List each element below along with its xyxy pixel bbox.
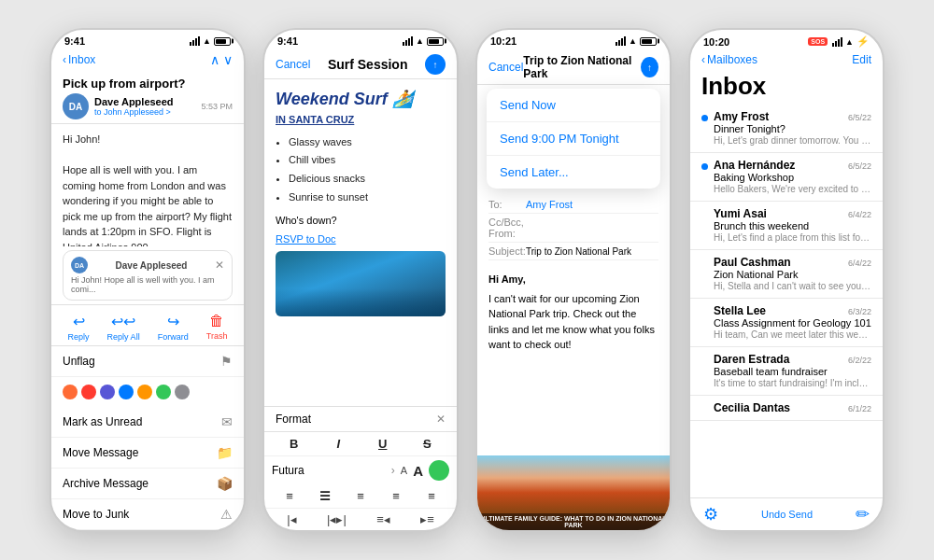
cancel-button-3[interactable]: Cancel bbox=[488, 61, 523, 74]
inbox-sender: Stella Lee bbox=[714, 304, 766, 317]
battery-icon bbox=[214, 37, 231, 46]
settings-icon[interactable]: ⚙ bbox=[703, 504, 718, 525]
italic-button[interactable]: I bbox=[327, 437, 349, 451]
inbox-item-daren[interactable]: Daren Estrada 6/2/22 Baseball team fundr… bbox=[690, 347, 883, 396]
inbox-sender: Cecilia Dantas bbox=[714, 401, 790, 414]
sender-to[interactable]: to John Appleseed > bbox=[94, 107, 195, 117]
email-body-text: Hi John!Hope all is well with you. I am … bbox=[63, 132, 233, 246]
cancel-button-2[interactable]: Cancel bbox=[276, 58, 310, 71]
inbox-sender: Ana Hernández bbox=[714, 159, 795, 172]
chevron-right-icon[interactable]: › bbox=[391, 464, 395, 477]
bold-button[interactable]: B bbox=[283, 437, 305, 451]
to-field-row: To: Amy Frost bbox=[488, 196, 658, 214]
chevron-left-icon-4: ‹ bbox=[701, 53, 705, 66]
up-arrow-icon[interactable]: ∧ bbox=[210, 52, 219, 67]
down-arrow-icon[interactable]: ∨ bbox=[223, 52, 233, 67]
format-header: Format ✕ bbox=[264, 407, 457, 432]
color-yellow[interactable] bbox=[137, 385, 152, 399]
status-icons-4: SOS ▲ ⚡ bbox=[808, 35, 870, 48]
inbox-date: 6/4/22 bbox=[848, 259, 871, 268]
reply-icon: ↩ bbox=[73, 313, 85, 330]
status-bar-2: 9:41 ▲ bbox=[264, 30, 457, 50]
align-left-icon[interactable]: ≡ bbox=[349, 489, 372, 503]
to-value[interactable]: Amy Frost bbox=[526, 199, 573, 210]
format-close-icon[interactable]: ✕ bbox=[436, 413, 446, 426]
mark-unread-action[interactable]: Mark as Unread ✉ bbox=[51, 407, 244, 438]
send-button-3[interactable]: ↑ bbox=[641, 57, 658, 77]
color-picker[interactable] bbox=[51, 377, 244, 407]
strikethrough-button[interactable]: S bbox=[416, 437, 438, 451]
inbox-subject: Brunch this weekend bbox=[714, 220, 871, 231]
send-scheduled-option[interactable]: Send 9:00 PM Tonight bbox=[487, 122, 660, 156]
inbox-sender: Yumi Asai bbox=[714, 207, 767, 220]
color-gray[interactable] bbox=[175, 385, 190, 399]
phone-send-options: 10:21 ▲ Cancel Trip to Zion National Par… bbox=[475, 28, 672, 532]
move-message-action[interactable]: Move Message 📁 bbox=[51, 438, 244, 469]
archive-action[interactable]: Archive Message 📦 bbox=[51, 469, 244, 499]
reply-button[interactable]: ↩ Reply bbox=[68, 313, 90, 342]
inbox-item-amy[interactable]: Amy Frost 6/5/22 Dinner Tonight? Hi, Let… bbox=[690, 105, 883, 153]
email-meta: DA Dave Appleseed to John Appleseed > 5:… bbox=[63, 93, 233, 119]
rsvp-link[interactable]: RSVP to Doc bbox=[276, 231, 446, 247]
color-red[interactable] bbox=[81, 385, 96, 399]
reply-avatar: DA bbox=[71, 257, 88, 273]
junk-action[interactable]: Move to Junk ⚠ bbox=[51, 499, 244, 530]
inbox-item-stella[interactable]: Stella Lee 6/3/22 Class Assignment for G… bbox=[690, 299, 883, 347]
indent-left-icon[interactable]: |◂ bbox=[287, 512, 296, 526]
wifi-icon-3: ▲ bbox=[629, 36, 637, 46]
image-caption: ULTIMATE FAMILY GUIDE: WHAT TO DO IN ZIO… bbox=[477, 513, 670, 530]
battery-bolt-icon: ⚡ bbox=[856, 35, 870, 48]
underline-button[interactable]: U bbox=[372, 437, 394, 451]
compose-nav-3: Cancel Trip to Zion National Park ↑ bbox=[477, 50, 670, 85]
cc-label: Cc/Bcc, From: bbox=[488, 217, 526, 239]
indent-arrow-icon[interactable]: ▸≡ bbox=[420, 512, 434, 526]
back-button-1[interactable]: ‹ Inbox bbox=[63, 53, 95, 66]
wifi-icon-2: ▲ bbox=[416, 36, 424, 46]
align-right-icon[interactable]: ≡ bbox=[420, 489, 443, 503]
inbox-list: Amy Frost 6/5/22 Dinner Tonight? Hi, Let… bbox=[690, 105, 883, 497]
reply-all-button[interactable]: ↩↩ Reply All bbox=[107, 313, 140, 342]
inbox-item-paul[interactable]: Paul Cashman 6/4/22 Zion National Park H… bbox=[690, 250, 883, 299]
compose-nav-2: Cancel Surf Session ↑ bbox=[264, 50, 457, 79]
ordered-list-icon[interactable]: ≡ bbox=[278, 489, 301, 503]
color-blue[interactable] bbox=[119, 385, 134, 399]
format-label: Format bbox=[276, 413, 311, 426]
phone-email-reading: 9:41 ▲ ‹ Inbox ∧ ∨ Pick up from airport?… bbox=[50, 28, 246, 532]
mailboxes-button[interactable]: ‹ Mailboxes bbox=[701, 53, 757, 66]
surf-image bbox=[276, 251, 446, 316]
unflag-action[interactable]: Unflag ⚑ bbox=[51, 346, 244, 377]
color-indicator[interactable] bbox=[429, 460, 449, 481]
edit-button[interactable]: Edit bbox=[852, 53, 871, 66]
undo-send-button[interactable]: Undo Send bbox=[761, 509, 813, 520]
compose-icon[interactable]: ✏ bbox=[856, 504, 870, 525]
unordered-list-icon[interactable]: ☰ bbox=[314, 489, 336, 503]
inbox-nav: ‹ Mailboxes Edit bbox=[690, 51, 883, 70]
trash-button[interactable]: 🗑 Trash bbox=[206, 313, 228, 342]
compose-email-body-3[interactable]: Hi Amy, I can't wait for our upcoming Zi… bbox=[477, 264, 670, 455]
inbox-sender: Daren Estrada bbox=[714, 353, 789, 366]
wifi-icon: ▲ bbox=[203, 36, 211, 46]
forward-button[interactable]: ↪ Forward bbox=[158, 313, 189, 342]
inbox-item-yumi[interactable]: Yumi Asai 6/4/22 Brunch this weekend Hi,… bbox=[690, 202, 883, 250]
inbox-item-ana[interactable]: Ana Hernández 6/5/22 Baking Workshop Hel… bbox=[690, 153, 883, 202]
send-later-option[interactable]: Send Later... bbox=[487, 156, 660, 189]
color-green[interactable] bbox=[156, 385, 171, 399]
font-size-large[interactable]: A bbox=[413, 463, 423, 479]
send-options-overlay: Send Now Send 9:00 PM Tonight Send Later… bbox=[487, 89, 660, 189]
color-orange[interactable] bbox=[63, 385, 78, 399]
indent-cols-icon[interactable]: |◂▸| bbox=[327, 512, 347, 526]
color-purple[interactable] bbox=[100, 385, 115, 399]
envelope-icon: ✉ bbox=[221, 414, 233, 429]
nav-arrows[interactable]: ∧ ∨ bbox=[210, 52, 233, 67]
send-now-option[interactable]: Send Now bbox=[487, 89, 660, 122]
align-center-icon[interactable]: ≡ bbox=[385, 489, 407, 503]
compose-body[interactable]: Weekend Surf 🏄 IN SANTA CRUZ Glassy wave… bbox=[264, 79, 457, 406]
indent-right-icon[interactable]: ≡◂ bbox=[376, 512, 390, 526]
phone-inbox: 10:20 SOS ▲ ⚡ ‹ Mailboxes Edit Inbox Amy… bbox=[688, 28, 884, 532]
inbox-item-cecilia[interactable]: Cecilia Dantas 6/1/22 bbox=[690, 396, 883, 421]
close-icon[interactable]: ✕ bbox=[215, 259, 224, 272]
font-size-small[interactable]: A bbox=[401, 465, 407, 476]
send-button-2[interactable]: ↑ bbox=[425, 54, 446, 75]
subject-value[interactable]: Trip to Zion National Park bbox=[526, 246, 631, 257]
inbox-date: 6/5/22 bbox=[848, 113, 871, 122]
